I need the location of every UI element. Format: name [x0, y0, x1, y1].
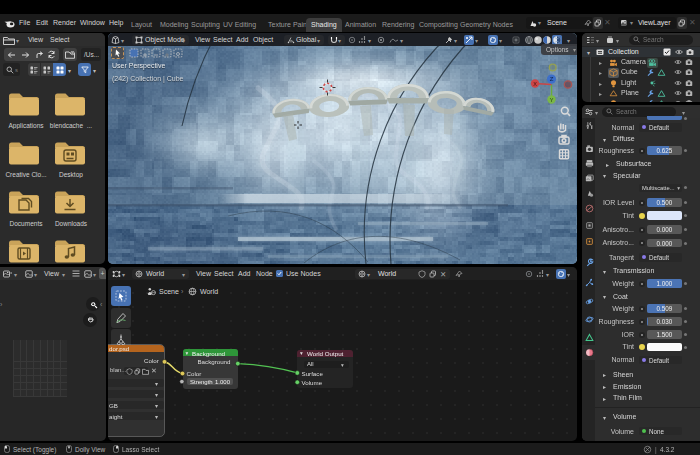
svg-text:Y: Y	[550, 97, 554, 103]
svg-text:Z: Z	[550, 76, 554, 82]
svg-text:X: X	[533, 81, 537, 87]
